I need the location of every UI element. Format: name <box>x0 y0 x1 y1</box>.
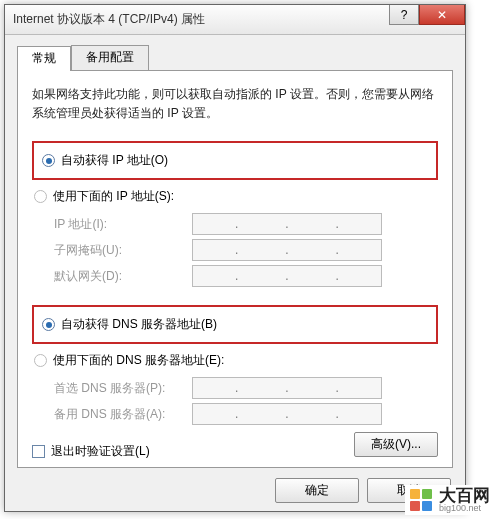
radio-ip-auto-label: 自动获得 IP 地址(O) <box>61 152 168 169</box>
tab-strip: 常规 备用配置 <box>17 45 453 70</box>
row-dns-pref: 首选 DNS 服务器(P): ... <box>54 377 438 399</box>
dns-alt-field: ... <box>192 403 382 425</box>
radio-dns-auto-label: 自动获得 DNS 服务器地址(B) <box>61 316 217 333</box>
row-ip-address: IP 地址(I): ... <box>54 213 438 235</box>
radio-icon <box>42 318 55 331</box>
close-icon: ✕ <box>437 8 447 22</box>
dns-pref-field: ... <box>192 377 382 399</box>
dialog-window: Internet 协议版本 4 (TCP/IPv4) 属性 ? ✕ 常规 备用配… <box>4 4 466 512</box>
dialog-buttons: 确定 取消 <box>17 478 453 503</box>
ip-address-field: ... <box>192 213 382 235</box>
dialog-body: 常规 备用配置 如果网络支持此功能，则可以获取自动指派的 IP 设置。否则，您需… <box>5 35 465 511</box>
subnet-field: ... <box>192 239 382 261</box>
watermark-logo-icon <box>409 488 433 512</box>
gateway-label: 默认网关(D): <box>54 268 184 285</box>
watermark-text: 大百网 big100.net <box>439 487 490 513</box>
watermark: 大百网 big100.net <box>405 485 494 515</box>
titlebar: Internet 协议版本 4 (TCP/IPv4) 属性 ? ✕ <box>5 5 465 35</box>
dns-auto-highlight: 自动获得 DNS 服务器地址(B) <box>32 305 438 344</box>
watermark-domain: big100.net <box>439 504 490 513</box>
subnet-label: 子网掩码(U): <box>54 242 184 259</box>
validate-label: 退出时验证设置(L) <box>51 443 150 460</box>
close-button[interactable]: ✕ <box>419 5 465 25</box>
intro-text: 如果网络支持此功能，则可以获取自动指派的 IP 设置。否则，您需要从网络系统管理… <box>32 85 438 123</box>
checkbox-icon <box>32 445 45 458</box>
radio-icon <box>42 154 55 167</box>
ok-button[interactable]: 确定 <box>275 478 359 503</box>
radio-ip-manual-label: 使用下面的 IP 地址(S): <box>53 188 174 205</box>
radio-dns-auto[interactable]: 自动获得 DNS 服务器地址(B) <box>40 312 430 337</box>
radio-icon <box>34 190 47 203</box>
tab-alternate[interactable]: 备用配置 <box>71 45 149 70</box>
advanced-row: 高级(V)... <box>354 432 438 457</box>
dns-alt-label: 备用 DNS 服务器(A): <box>54 406 184 423</box>
watermark-name: 大百网 <box>439 487 490 504</box>
radio-ip-auto[interactable]: 自动获得 IP 地址(O) <box>40 148 430 173</box>
window-title: Internet 协议版本 4 (TCP/IPv4) 属性 <box>13 11 205 28</box>
dns-pref-label: 首选 DNS 服务器(P): <box>54 380 184 397</box>
gateway-field: ... <box>192 265 382 287</box>
row-subnet: 子网掩码(U): ... <box>54 239 438 261</box>
help-button[interactable]: ? <box>389 5 419 25</box>
tab-panel-general: 如果网络支持此功能，则可以获取自动指派的 IP 设置。否则，您需要从网络系统管理… <box>17 70 453 468</box>
row-gateway: 默认网关(D): ... <box>54 265 438 287</box>
radio-dns-manual-label: 使用下面的 DNS 服务器地址(E): <box>53 352 224 369</box>
help-icon: ? <box>401 8 408 22</box>
radio-icon <box>34 354 47 367</box>
radio-ip-manual[interactable]: 使用下面的 IP 地址(S): <box>32 184 438 209</box>
ip-address-label: IP 地址(I): <box>54 216 184 233</box>
row-dns-alt: 备用 DNS 服务器(A): ... <box>54 403 438 425</box>
advanced-button[interactable]: 高级(V)... <box>354 432 438 457</box>
tab-general[interactable]: 常规 <box>17 46 71 71</box>
radio-dns-manual[interactable]: 使用下面的 DNS 服务器地址(E): <box>32 348 438 373</box>
window-controls: ? ✕ <box>389 5 465 25</box>
ip-auto-highlight: 自动获得 IP 地址(O) <box>32 141 438 180</box>
